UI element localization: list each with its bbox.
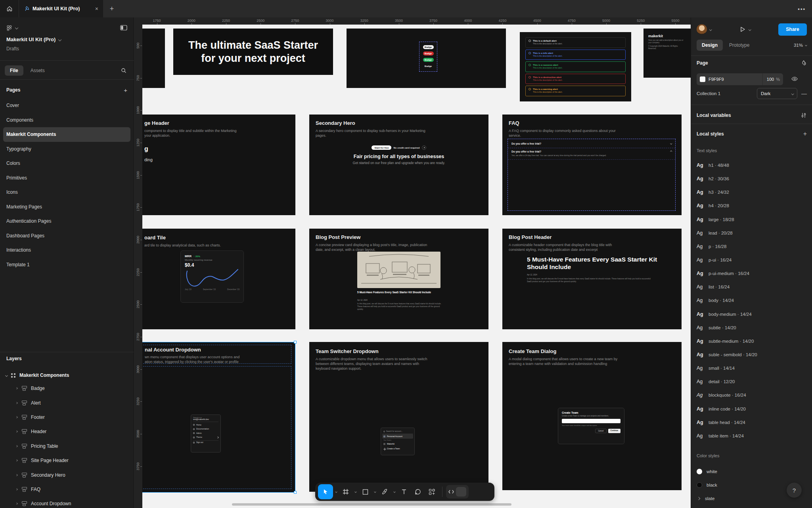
tab-file[interactable]: File: [5, 65, 23, 76]
text-style-row[interactable]: Ag h2 · 30/36: [691, 172, 812, 185]
text-style-row[interactable]: Ag subtle-medium · 14/20: [691, 334, 812, 348]
dev-mode-toggle[interactable]: [446, 485, 469, 498]
sidebar-page-item[interactable]: Authentication Pages: [3, 214, 130, 229]
drafts-label[interactable]: Drafts: [6, 46, 19, 52]
text-style-row[interactable]: Ag large · 18/28: [691, 213, 812, 226]
tab-prototype[interactable]: Prototype: [729, 42, 749, 48]
dev-mode-knob[interactable]: [456, 487, 466, 497]
project-name-row[interactable]: Makerkit UI Kit (Pro): [6, 36, 61, 42]
chevron-down-icon[interactable]: [15, 26, 18, 29]
layer-item[interactable]: FAQ: [0, 482, 134, 497]
canvas[interactable]: 1750200022502500275030003250350037504000…: [134, 17, 691, 508]
chevron-right-icon[interactable]: [15, 387, 18, 390]
page-color-hex[interactable]: F9F9F9: [709, 77, 724, 82]
selection-handle[interactable]: [294, 491, 297, 494]
text-style-row[interactable]: Ag p-ui-medium · 16/24: [691, 267, 812, 280]
sidebar-page-item[interactable]: Primitives: [3, 171, 130, 185]
chevron-down-icon[interactable]: [749, 28, 751, 31]
close-tab-icon[interactable]: ×: [95, 6, 98, 12]
footer-card[interactable]: makerkit Here you can add a description …: [643, 29, 691, 78]
page-color-row[interactable]: F9F9F9 100 %: [697, 73, 783, 85]
blog-post-header-card[interactable]: Blog Post Header A customizable header c…: [502, 229, 682, 329]
text-style-row[interactable]: Ag subtle · 14/20: [691, 321, 812, 334]
sidebar-page-item[interactable]: Icons: [3, 185, 130, 200]
text-style-row[interactable]: Ag table head · 14/24: [691, 416, 812, 429]
pen-tool-button[interactable]: [378, 484, 391, 499]
sidebar-page-item[interactable]: Makerkit Components: [3, 127, 130, 142]
text-style-row[interactable]: Ag h1 · 48/48: [691, 159, 812, 172]
blog-post-preview-card[interactable]: Blog Post Preview A concise preview card…: [309, 229, 488, 329]
text-style-row[interactable]: Ag table item · 14/24: [691, 429, 812, 443]
team-switcher-card[interactable]: Team Switcher Dropdown A customizable dr…: [309, 342, 488, 492]
variables-settings-icon[interactable]: [801, 112, 807, 118]
badge-card[interactable]: Badge Badge Badge Badge: [347, 29, 506, 88]
tab-assets[interactable]: Assets: [31, 68, 45, 73]
local-styles-row[interactable]: Local styles +: [691, 128, 812, 139]
sidebar-page-item[interactable]: Template 1: [3, 258, 130, 272]
text-style-row[interactable]: Ag detail · 12/20: [691, 375, 812, 388]
layer-item[interactable]: Header: [0, 424, 134, 439]
visibility-eye-icon[interactable]: [791, 75, 798, 82]
new-tab-button[interactable]: +: [103, 0, 121, 17]
selection-handle[interactable]: [294, 341, 297, 344]
file-tab[interactable]: Makerkit UI Kit (Pro) ×: [19, 0, 103, 17]
chevron-right-icon[interactable]: [15, 416, 18, 418]
text-style-row[interactable]: Ag blockquote · 16/24: [691, 388, 812, 402]
chevron-right-icon[interactable]: [15, 474, 18, 476]
tab-design[interactable]: Design: [697, 40, 723, 51]
color-style-row[interactable]: white: [691, 465, 812, 478]
help-button[interactable]: ?: [787, 483, 802, 498]
dashboard-tile-card[interactable]: oard Tile ard tile to display analytical…: [135, 229, 295, 329]
collection-mode-select[interactable]: Dark: [757, 88, 797, 99]
chevron-down-icon[interactable]: [5, 374, 8, 376]
text-tool-button[interactable]: [397, 484, 411, 499]
text-style-row[interactable]: Ag list · 16/24: [691, 280, 812, 294]
text-style-row[interactable]: Ag h3 · 24/32: [691, 185, 812, 199]
text-style-row[interactable]: Ag h4 · 20/28: [691, 199, 812, 212]
account-dropdown-card[interactable]: nal Account Dropdown wn menu component t…: [135, 342, 295, 493]
text-style-row[interactable]: Ag suble - semibold · 14/20: [691, 348, 812, 361]
layer-item[interactable]: Badge: [0, 381, 134, 395]
present-button[interactable]: [739, 26, 746, 33]
remove-collection-icon[interactable]: —: [801, 90, 807, 97]
alerts-card[interactable]: This is a default alert This is the desc…: [520, 32, 631, 101]
styles-icon[interactable]: [801, 60, 807, 66]
color-swatch[interactable]: [700, 76, 705, 82]
text-style-row[interactable]: Ag body · 14/24: [691, 294, 812, 307]
text-style-row[interactable]: Ag p · 16/28: [691, 240, 812, 253]
move-tool-options-icon[interactable]: [333, 484, 339, 499]
sidebar-page-item[interactable]: Colors: [3, 156, 130, 171]
text-style-row[interactable]: Ag small · 14/14: [691, 361, 812, 375]
chevron-right-icon[interactable]: [15, 459, 18, 462]
chevron-right-icon[interactable]: [15, 445, 18, 447]
sidebar-page-item[interactable]: Typography: [3, 142, 130, 157]
layer-item[interactable]: Site Page Header: [0, 453, 134, 468]
search-icon[interactable]: [121, 68, 126, 73]
secondary-hero-card[interactable]: Secondary Hero A secondary hero componen…: [309, 115, 488, 215]
rectangle-tool-button[interactable]: [358, 484, 372, 499]
layers-root-row[interactable]: Makerkit Components: [0, 369, 134, 381]
page-header-card[interactable]: ge Header component to display title and…: [135, 115, 295, 215]
avatar[interactable]: [697, 24, 707, 34]
layer-item[interactable]: Account Dropdown: [0, 497, 134, 508]
horizontal-scrollbar[interactable]: [232, 503, 511, 506]
home-button[interactable]: [0, 0, 19, 17]
hero-card[interactable]: The ultimate SaaS Starter for your next …: [173, 29, 333, 75]
chevron-right-icon[interactable]: [15, 488, 18, 491]
chevron-right-icon[interactable]: [15, 402, 18, 404]
layer-item[interactable]: Secondary Hero: [0, 468, 134, 482]
text-style-row[interactable]: Ag p-ui · 16/24: [691, 253, 812, 267]
local-variables-row[interactable]: Local variables: [691, 110, 812, 121]
layer-item[interactable]: Pricing Table: [0, 439, 134, 453]
frame-tool-button[interactable]: [339, 484, 352, 499]
pen-tool-options-icon[interactable]: [392, 484, 397, 499]
sidebar-page-item[interactable]: Dashboard Pages: [3, 229, 130, 243]
overflow-menu-icon[interactable]: •••: [798, 0, 806, 17]
text-style-row[interactable]: Ag body-medium · 14/24: [691, 307, 812, 321]
comment-tool-button[interactable]: [411, 484, 425, 499]
app-logo-icon[interactable]: [6, 25, 12, 31]
text-style-row[interactable]: Ag lead · 20/28: [691, 226, 812, 240]
text-style-row[interactable]: Ag inline code · 14/20: [691, 402, 812, 416]
sidebar-page-item[interactable]: Components: [3, 113, 130, 128]
chevron-right-icon[interactable]: [15, 502, 18, 505]
